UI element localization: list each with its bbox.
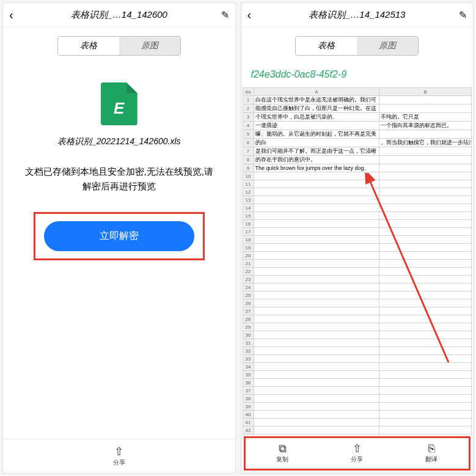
cell[interactable] <box>254 419 379 427</box>
cell[interactable] <box>254 268 379 276</box>
tab-original[interactable]: 原图 <box>357 37 418 55</box>
row-header[interactable]: 10 <box>243 172 254 180</box>
row-header[interactable]: 39 <box>243 403 254 411</box>
cell[interactable] <box>254 411 379 419</box>
row-header[interactable]: 21 <box>243 260 254 268</box>
cell[interactable] <box>254 172 379 180</box>
cell[interactable] <box>379 147 472 156</box>
cell[interactable] <box>254 387 379 395</box>
row-header[interactable]: 9 <box>243 164 254 172</box>
row-header[interactable]: 25 <box>243 291 254 299</box>
cell[interactable] <box>254 379 379 387</box>
cell[interactable] <box>379 299 472 307</box>
decrypt-button[interactable]: 立即解密 <box>44 221 194 251</box>
translate-button[interactable]: ⎘ 翻译 <box>425 443 438 464</box>
row-header[interactable]: 6 <box>243 139 254 147</box>
cell[interactable] <box>254 212 379 220</box>
cell[interactable] <box>379 220 472 228</box>
cell[interactable] <box>254 252 379 260</box>
cell[interactable] <box>379 276 472 284</box>
column-header[interactable]: A <box>254 88 379 96</box>
cell[interactable] <box>254 220 379 228</box>
cell[interactable] <box>379 188 472 196</box>
cell[interactable] <box>379 156 472 164</box>
row-header[interactable]: 23 <box>243 276 254 284</box>
row-header[interactable]: 43 <box>243 434 254 436</box>
share-button[interactable]: ⇧ 分享 <box>351 443 363 464</box>
cell[interactable] <box>254 339 379 347</box>
cell[interactable]: 。而当我们触摸它，我们就进一步玷污它。 <box>379 139 472 147</box>
cell[interactable] <box>254 260 379 268</box>
row-header[interactable]: 32 <box>243 347 254 355</box>
row-header[interactable]: 20 <box>243 252 254 260</box>
row-header[interactable]: 28 <box>243 315 254 323</box>
cell[interactable] <box>379 196 472 204</box>
cell[interactable] <box>254 196 379 204</box>
cell[interactable] <box>379 307 472 315</box>
cell[interactable] <box>254 276 379 284</box>
cell[interactable]: 不纯的。它只是 <box>379 113 472 122</box>
cell[interactable] <box>379 260 472 268</box>
cell[interactable] <box>379 291 472 299</box>
cell[interactable] <box>379 347 472 355</box>
cell[interactable] <box>254 363 379 371</box>
row-header[interactable]: 14 <box>243 204 254 212</box>
cell[interactable] <box>379 387 472 395</box>
cell[interactable] <box>379 228 472 236</box>
cell[interactable] <box>379 204 472 212</box>
row-header[interactable]: 18 <box>243 236 254 244</box>
row-header[interactable]: 29 <box>243 323 254 331</box>
cell[interactable] <box>379 212 472 220</box>
row-header[interactable]: 1 <box>243 96 254 104</box>
cell[interactable] <box>254 315 379 323</box>
cell[interactable] <box>379 96 472 104</box>
row-header[interactable]: 22 <box>243 268 254 276</box>
cell[interactable]: 嘛、脆弱的。从它诞生的时刻起，它就不再是完美 <box>254 130 379 139</box>
copy-button[interactable]: ⧉ 复制 <box>276 443 288 464</box>
cell[interactable] <box>254 236 379 244</box>
row-header[interactable]: 13 <box>243 196 254 204</box>
cell[interactable]: 是我们可能并不了解。而正是由于这一点，它清晰 <box>254 147 379 156</box>
cell[interactable] <box>379 244 472 252</box>
cell[interactable] <box>379 315 472 323</box>
row-header[interactable]: 4 <box>243 122 254 130</box>
cell[interactable] <box>379 395 472 403</box>
spreadsheet[interactable]: xlsAB1白在这个现实世界中是永远无法被明确的。我们可2能感觉自己接触到了白，… <box>241 87 474 435</box>
edit-icon[interactable]: ✎ <box>452 9 467 21</box>
cell[interactable] <box>254 299 379 307</box>
cell[interactable] <box>254 284 379 291</box>
row-header[interactable]: 2 <box>243 104 254 113</box>
cell[interactable] <box>254 228 379 236</box>
cell[interactable] <box>254 434 379 436</box>
row-header[interactable]: 42 <box>243 427 254 434</box>
row-header[interactable]: 26 <box>243 299 254 307</box>
cell[interactable]: 能感觉自己接触到了白，但那只是一种幻觉。在这 <box>254 104 379 113</box>
row-header[interactable]: 11 <box>243 180 254 188</box>
cell[interactable] <box>254 291 379 299</box>
cell[interactable] <box>379 379 472 387</box>
cell[interactable] <box>254 403 379 411</box>
row-header[interactable]: 37 <box>243 387 254 395</box>
row-header[interactable]: 8 <box>243 156 254 164</box>
cell[interactable] <box>254 331 379 339</box>
cell[interactable] <box>379 411 472 419</box>
cell[interactable] <box>379 331 472 339</box>
cell[interactable] <box>379 419 472 427</box>
cell[interactable] <box>254 307 379 315</box>
back-icon[interactable]: ‹ <box>9 8 24 22</box>
row-header[interactable]: 19 <box>243 244 254 252</box>
row-header[interactable]: 35 <box>243 371 254 379</box>
column-header[interactable]: B <box>379 88 472 96</box>
cell[interactable] <box>379 371 472 379</box>
cell[interactable] <box>379 363 472 371</box>
row-header[interactable]: 27 <box>243 307 254 315</box>
cell[interactable] <box>379 180 472 188</box>
cell[interactable] <box>254 347 379 355</box>
row-header[interactable]: 7 <box>243 147 254 156</box>
tab-original[interactable]: 原图 <box>119 37 180 55</box>
row-header[interactable]: 17 <box>243 228 254 236</box>
row-header[interactable]: 40 <box>243 411 254 419</box>
cell[interactable]: 白在这个现实世界中是永远无法被明确的。我们可 <box>254 96 379 104</box>
row-header[interactable]: 3 <box>243 113 254 122</box>
cell[interactable] <box>379 172 472 180</box>
